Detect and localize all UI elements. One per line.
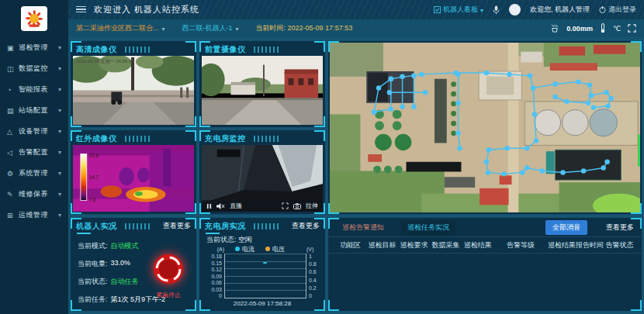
fullscreen-icon[interactable] — [628, 24, 636, 33]
chevron-down-icon — [236, 25, 239, 33]
page-title: 欢迎进入 机器人站控系统 — [94, 4, 199, 16]
charging-camera-title: 充电房监控 — [205, 133, 246, 144]
weather-widgets: 0.00mm ℃ — [550, 23, 636, 33]
right-axis-unit: (V) — [306, 247, 320, 252]
menu-item-icon: △ — [7, 128, 17, 136]
chevron-down-icon — [58, 86, 61, 93]
charging-chart: (A) 电流 电压 (V) 0.180.150.120.090.060.030 … — [204, 244, 320, 308]
area-select[interactable]: 第二采油作业区西二联合... — [76, 23, 165, 33]
title-stripes-decoration — [254, 136, 280, 142]
thermal-colorbar — [81, 154, 87, 201]
chart-body: 0.180.150.120.090.060.030 10.80.60.40.20 — [204, 254, 320, 298]
menu-item-label: 运维管理 — [19, 210, 48, 220]
sidebar-menu-item[interactable]: ◫ 数据监控 — [0, 58, 68, 79]
map-scrollbar[interactable] — [638, 134, 640, 167]
axis-tick: 0.2 — [309, 285, 320, 291]
table-column-header: 巡检要求 — [398, 240, 430, 250]
charging-room-feed[interactable]: 直播 拉伸 — [202, 145, 323, 212]
status-label: 当前模式: — [78, 241, 108, 251]
petrochina-logo — [21, 6, 47, 31]
title-stripes-decoration — [125, 47, 151, 53]
robot-view-more-link[interactable]: 查看更多 — [163, 221, 191, 231]
axis-tick: 0.6 — [309, 269, 320, 274]
board-checkbox-icon — [434, 6, 441, 13]
sidebar-menu-item[interactable]: ◔ 智能报表 — [0, 79, 68, 100]
tab-alarm-notice[interactable]: 巡检告警通知 — [336, 220, 390, 235]
panel-title-bar: 高清成像仪 — [71, 41, 196, 55]
menu-item-icon: ✎ — [7, 191, 17, 198]
sidebar-menu-item[interactable]: ⊞ 运维管理 — [0, 205, 68, 226]
mute-all-button[interactable]: 全部消音 — [545, 220, 587, 235]
aerial-map-scene — [330, 43, 640, 212]
sidebar-menu-item[interactable]: ✎ 维修保养 — [0, 184, 68, 205]
user-avatar[interactable] — [509, 4, 521, 16]
axis-tick: 0.06 — [211, 280, 222, 285]
fullscreen-icon[interactable] — [282, 202, 289, 209]
charging-status-panel: 充电房实况 查看更多 当前状态: 空闲 (A) 电流 电压 (V) 0.180.… — [199, 217, 326, 312]
speaker-muted-icon[interactable] — [216, 203, 225, 209]
sidebar-menu-item[interactable]: ▣ 巡检管理 — [0, 37, 68, 58]
menu-item-icon: ▤ — [7, 107, 17, 115]
robot-select[interactable]: 西二联-机器人-1 — [182, 23, 239, 33]
sidebar-menu-item[interactable]: ⚙ 系统管理 — [0, 163, 68, 184]
thermal-mid-label: 14.7 — [89, 175, 99, 181]
sidebar-menu-item[interactable]: ▤ 站场配置 — [0, 100, 68, 121]
title-stripes-decoration — [125, 136, 151, 142]
table-column-header: 功能区 — [334, 240, 366, 250]
axis-tick: 0.18 — [211, 254, 222, 259]
chevron-down-icon — [58, 191, 61, 198]
panel-title-bar: 充电房实况 查看更多 — [199, 218, 325, 232]
infrared-camera-title: 红外成像仪 — [76, 133, 117, 144]
voltage-legend-dot — [265, 247, 270, 251]
hamburger-menu-icon[interactable] — [76, 6, 86, 13]
hd-camera-title: 高清成像仪 — [76, 44, 117, 55]
infrared-camera-feed[interactable]: 21.6 14.7 7.6 — [73, 145, 194, 212]
menu-item-label: 站场配置 — [19, 105, 48, 116]
alarm-view-more-link[interactable]: 查看更多 — [606, 223, 634, 233]
table-column-header: 巡检目标 — [366, 240, 398, 250]
sidebar-menu-item[interactable]: ◁ 告警配置 — [0, 142, 68, 163]
robot-board-dropdown[interactable]: 机器人看板 — [434, 5, 483, 15]
legend-current[interactable]: 电流 — [235, 245, 254, 254]
sidebar-menu-item[interactable]: △ 设备管理 — [0, 121, 68, 142]
current-legend-dot — [235, 247, 240, 251]
chevron-down-icon — [480, 6, 483, 14]
alarm-tabs: 巡检告警通知 巡检任务实况 全部消音 查看更多 — [328, 218, 642, 236]
inspection-alarm-panel: 巡检告警通知 巡检任务实况 全部消音 查看更多 功能区巡检目标巡检要求数据采集巡… — [327, 217, 642, 312]
logo-area — [0, 0, 68, 37]
stretch-label: 拉伸 — [306, 202, 318, 210]
legend-voltage[interactable]: 电压 — [265, 245, 285, 254]
chevron-down-icon — [58, 128, 61, 135]
snapshot-camera-icon[interactable] — [293, 203, 301, 209]
pause-icon[interactable] — [206, 203, 212, 209]
rainfall-value: 0.00mm — [566, 25, 593, 33]
menu-item-label: 数据监控 — [19, 64, 48, 74]
welcome-text: 欢迎您, 机器人管理 — [530, 5, 590, 15]
sub-header: 第二采油作业区西二联合... 西二联-机器人-1 当前时间: 2022-05-0… — [68, 19, 644, 37]
station-map[interactable] — [330, 43, 640, 212]
panel-title-bar: 前置摄像仪 — [199, 41, 325, 55]
temperature-unit: ℃ — [613, 25, 621, 33]
panel-title-bar: 红外成像仪 — [71, 130, 196, 144]
microphone-icon[interactable] — [493, 5, 500, 15]
menu-item-icon: ⊞ — [7, 212, 17, 219]
chevron-down-icon — [162, 25, 165, 33]
front-camera-feed[interactable] — [202, 56, 323, 125]
tab-task-live[interactable]: 巡检任务实况 — [401, 220, 455, 235]
thermal-scene: 21.6 14.7 7.6 — [73, 145, 194, 212]
emergency-stop-button[interactable]: 紧急停止 — [150, 252, 187, 299]
robot-select-value: 西二联-机器人-1 — [182, 23, 233, 33]
title-stripes-decoration — [254, 223, 280, 229]
logout-button[interactable]: 退出登录 — [599, 5, 636, 15]
alarm-table-body — [328, 254, 642, 309]
menu-item-icon: ◫ — [7, 65, 17, 73]
hd-camera-feed[interactable]: 2022-05-09 星期一 18:59:45 — [73, 56, 194, 125]
left-axis-unit: (A) — [204, 247, 224, 252]
axis-tick: 0.12 — [211, 267, 222, 272]
charging-view-more-link[interactable]: 查看更多 — [292, 221, 320, 231]
current-time: 当前时间: 2022-05-09 17:57:53 — [256, 23, 353, 33]
area-select-value: 第二采油作业区西二联合... — [76, 23, 159, 33]
menu-item-icon: ◁ — [7, 149, 17, 157]
axis-tick: 0.03 — [211, 287, 222, 292]
table-column-header: 告警状态 — [604, 240, 635, 250]
